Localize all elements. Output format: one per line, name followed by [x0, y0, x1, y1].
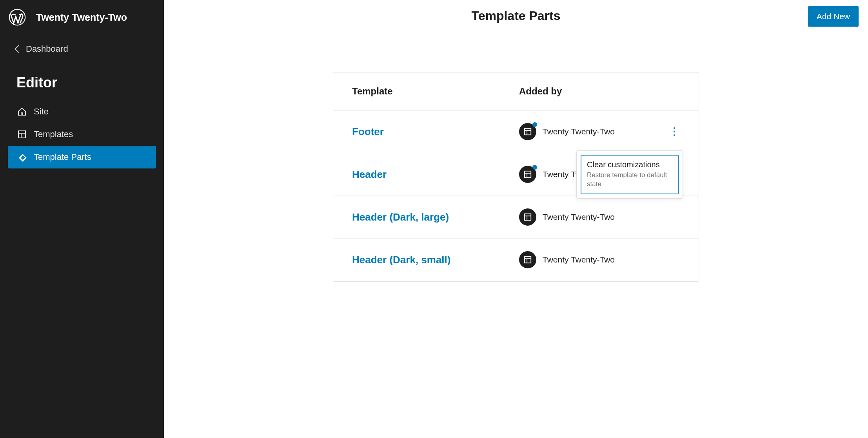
table-row: Footer Twenty T — [333, 110, 699, 153]
nav-item-label: Template Parts — [34, 152, 91, 162]
sidebar-nav: Site Templates Template Parts — [0, 100, 164, 168]
svg-rect-16 — [525, 257, 531, 263]
site-title: Twenty Twenty-Two — [36, 12, 127, 23]
main-header: Template Parts Add New — [164, 0, 868, 32]
home-icon — [17, 107, 27, 116]
added-by-cell: Twenty Twenty-Two — [519, 123, 680, 140]
nav-item-site[interactable]: Site — [8, 100, 156, 123]
added-by-text: Twenty Twenty-Two — [543, 127, 615, 136]
sidebar-section-title: Editor — [0, 63, 164, 100]
table-header: Template Added by — [333, 72, 699, 110]
added-by-text: Twenty Twenty-Two — [543, 255, 615, 264]
dashboard-back-link[interactable]: Dashboard — [0, 34, 164, 63]
svg-rect-1 — [18, 131, 25, 138]
nav-item-templates[interactable]: Templates — [8, 123, 156, 146]
more-vertical-icon — [674, 127, 675, 136]
col-header-added-by: Added by — [519, 86, 680, 97]
sidebar-header: Twenty Twenty-Two — [0, 0, 164, 34]
theme-avatar — [519, 166, 536, 183]
template-link[interactable]: Header (Dark, small) — [352, 254, 519, 266]
template-link[interactable]: Header (Dark, large) — [352, 211, 519, 223]
table-row: Header (Dark, large) Twenty Tw — [333, 196, 699, 239]
sidebar: Twenty Twenty-Two Dashboard Editor Site — [0, 0, 164, 438]
svg-rect-10 — [525, 171, 531, 178]
template-parts-table: Template Added by Footer — [333, 72, 699, 282]
actions-popover: Clear customizations Restore template to… — [576, 150, 683, 199]
added-by-text: Twenty Twenty-Two — [543, 212, 615, 222]
customized-indicator-icon — [532, 122, 537, 127]
added-by-cell: Twenty Twenty-Two — [519, 208, 680, 226]
customized-indicator-icon — [532, 165, 537, 170]
added-by-cell: Twenty Twenty-Two — [519, 251, 680, 268]
svg-rect-7 — [525, 129, 531, 135]
clear-customizations-action[interactable]: Clear customizations Restore template to… — [581, 155, 679, 194]
layout-icon — [519, 208, 536, 226]
template-link[interactable]: Header — [352, 168, 519, 181]
layout-icon — [17, 130, 27, 139]
page-title: Template Parts — [471, 9, 560, 23]
svg-rect-13 — [525, 214, 531, 221]
template-link[interactable]: Footer — [352, 126, 519, 138]
dashboard-label: Dashboard — [26, 44, 68, 54]
theme-avatar — [519, 208, 536, 226]
wordpress-logo-icon[interactable] — [8, 8, 27, 27]
popover-action-subtitle: Restore template to default state — [587, 171, 672, 189]
row-actions-button[interactable] — [669, 123, 680, 140]
table-row: Header (Dark, small) Twenty Tw — [333, 239, 699, 281]
diamond-icon — [17, 152, 27, 162]
popover-action-title: Clear customizations — [587, 160, 672, 169]
chevron-left-icon — [15, 45, 22, 53]
theme-avatar — [519, 123, 536, 140]
nav-item-label: Templates — [34, 129, 73, 139]
add-new-button[interactable]: Add New — [808, 6, 859, 27]
col-header-template: Template — [352, 86, 519, 97]
table-body: Footer Twenty T — [333, 110, 699, 281]
main-content: Template Parts Add New Template Added by… — [164, 0, 868, 438]
content-area: Template Added by Footer — [164, 32, 868, 297]
theme-avatar — [519, 251, 536, 268]
layout-icon — [519, 251, 536, 268]
nav-item-template-parts[interactable]: Template Parts — [8, 146, 156, 168]
nav-item-label: Site — [34, 107, 49, 117]
